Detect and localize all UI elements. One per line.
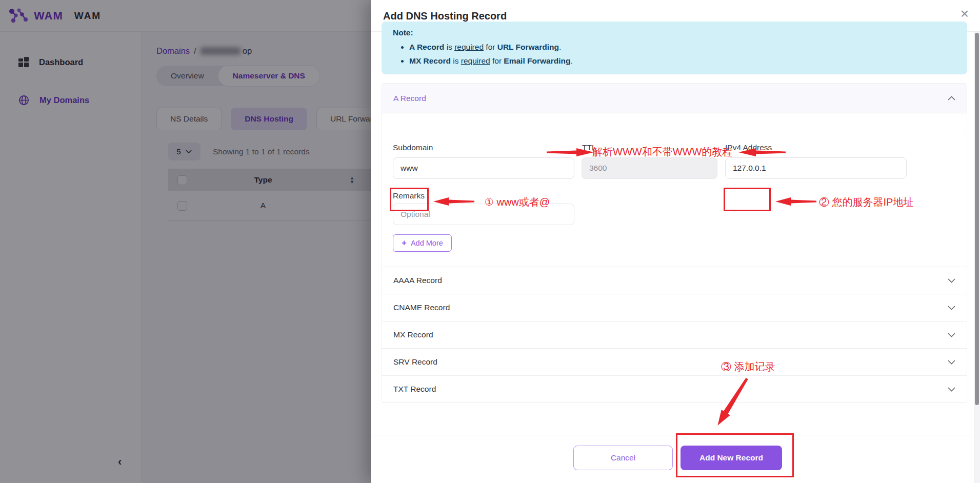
add-dns-record-drawer: Add DNS Hosting Record × Note: A Record … [371, 0, 980, 483]
ipv4-label: IPv4 Address [725, 143, 772, 152]
a-record-label: A Record [393, 94, 426, 103]
ttl-input[interactable] [582, 157, 717, 179]
chevron-down-icon [948, 333, 955, 337]
subdomain-label: Subdomain [393, 143, 433, 152]
note-line-1: A Record is required for URL Forwarding. [409, 40, 956, 54]
chevron-down-icon [948, 278, 955, 283]
drawer-footer: Cancel Add New Record [371, 435, 980, 483]
ipv4-input[interactable] [725, 157, 907, 179]
add-more-button[interactable]: + Add More [393, 234, 452, 252]
drawer-scrollbar-track[interactable] [974, 32, 980, 483]
cname-record-section[interactable]: CNAME Record [382, 294, 967, 321]
close-icon[interactable]: × [961, 7, 969, 21]
txt-record-section[interactable]: TXT Record [382, 375, 967, 402]
plus-icon: + [402, 238, 407, 248]
cancel-button[interactable]: Cancel [573, 446, 673, 470]
chevron-down-icon [948, 360, 955, 365]
a-record-section-header[interactable]: A Record [382, 84, 967, 113]
chevron-down-icon [948, 387, 955, 392]
a-record-form: Subdomain TTL IPv4 Address Remarks + Add… [382, 113, 967, 267]
record-accordion: A Record Subdomain TTL IPv4 Address Rema… [382, 83, 967, 403]
remarks-label: Remarks [393, 191, 425, 200]
note-heading: Note: [393, 28, 956, 37]
note-line-2: MX Record is required for Email Forwardi… [409, 54, 956, 68]
srv-record-section[interactable]: SRV Record [382, 348, 967, 375]
chevron-up-icon [948, 96, 955, 100]
mx-record-section[interactable]: MX Record [382, 321, 967, 348]
chevron-down-icon [948, 306, 955, 310]
screen: WAM WAM Dashboard My Domains ‹ Domains / [0, 0, 980, 483]
ttl-label: TTL [582, 143, 596, 152]
note-box: Note: A Record is required for URL Forwa… [382, 22, 967, 74]
aaaa-record-section[interactable]: AAAA Record [382, 267, 967, 294]
subdomain-input[interactable] [393, 157, 574, 179]
remarks-input[interactable] [393, 204, 574, 225]
divider [382, 132, 967, 132]
drawer-scrollbar-thumb[interactable] [975, 33, 979, 405]
add-new-record-button[interactable]: Add New Record [681, 446, 782, 470]
